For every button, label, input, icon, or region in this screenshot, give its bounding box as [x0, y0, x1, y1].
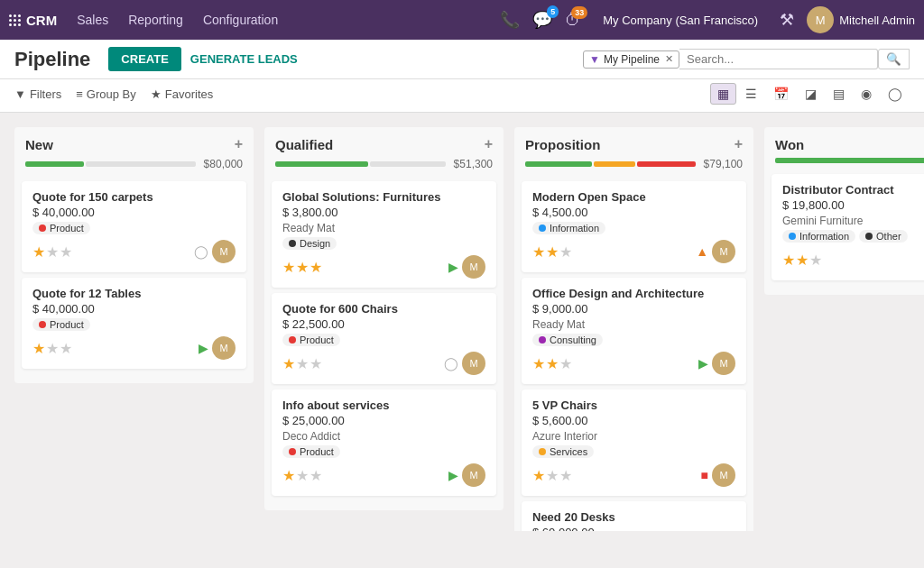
card-title: Quote for 12 Tables: [32, 287, 236, 300]
filter-icon: ▼: [14, 87, 26, 101]
card-tag[interactable]: Product: [282, 334, 340, 346]
card-stars[interactable]: ★★★: [532, 467, 572, 484]
card-stars[interactable]: ★★★: [282, 355, 322, 372]
kanban-view-button[interactable]: ▦: [710, 83, 736, 105]
card-amount: $ 22,500.00: [282, 317, 485, 331]
card-tag[interactable]: Information: [532, 222, 605, 234]
list-view-button[interactable]: ☰: [738, 83, 764, 105]
card-tags: Consulting: [532, 334, 735, 346]
card-stars[interactable]: ★★★: [32, 243, 72, 261]
search-button[interactable]: 🔍: [878, 49, 910, 69]
card-stars[interactable]: ★★★: [782, 252, 822, 269]
filter-remove-button[interactable]: ✕: [665, 53, 673, 65]
card-stars[interactable]: ★★★: [282, 259, 322, 276]
card-tags: Product: [32, 222, 236, 234]
card-subtitle: Deco Addict: [282, 430, 485, 443]
menu-configuration[interactable]: Configuration: [194, 9, 287, 31]
user-menu[interactable]: M Mitchell Admin: [807, 6, 915, 33]
card-tag[interactable]: Services: [532, 445, 594, 458]
grid-icon: [9, 14, 21, 26]
card-stars[interactable]: ★★★: [32, 340, 72, 357]
kanban-card[interactable]: Quote for 150 carpets $ 40,000.00 Produc…: [22, 181, 246, 272]
star-empty: ★: [559, 355, 572, 372]
kanban-card[interactable]: Modern Open Space $ 4,500.00 Information…: [522, 181, 746, 272]
favorites-label: Favorites: [165, 87, 213, 101]
kanban-card[interactable]: Info about services $ 25,000.00 Deco Add…: [272, 389, 496, 496]
card-tag[interactable]: Consulting: [532, 334, 603, 346]
column-header: Won +: [764, 127, 924, 158]
star-filled: ★: [532, 355, 545, 372]
generate-leads-button[interactable]: GENERATE LEADS: [190, 52, 298, 66]
tag-label: Product: [50, 319, 84, 330]
card-tags: Services: [532, 445, 735, 458]
activity-view-button[interactable]: ◯: [881, 83, 910, 105]
map-view-button[interactable]: ◉: [854, 83, 879, 105]
card-tag[interactable]: Product: [282, 445, 340, 458]
app-logo[interactable]: CRM: [9, 13, 57, 28]
kanban-column-new: New + $80,000 Quote for 150 carpets $ 40…: [14, 127, 254, 383]
progress-bar: [764, 158, 924, 169]
chart-view-button[interactable]: ▤: [826, 83, 852, 105]
star-filled: ★: [282, 259, 295, 276]
card-footer-icons: ▶ M: [448, 463, 485, 487]
favorites-button[interactable]: ★ Favorites: [151, 87, 213, 101]
star-filled: ★: [296, 259, 309, 276]
kanban-board: New + $80,000 Quote for 150 carpets $ 40…: [0, 113, 924, 531]
settings-icon[interactable]: ⚒: [780, 10, 794, 30]
clock-status-icon: ▲: [696, 244, 708, 259]
tag-dot: [289, 448, 296, 455]
card-subtitle: Gemini Furniture: [782, 215, 924, 227]
card-tag[interactable]: Product: [32, 318, 90, 331]
card-tags: Information: [532, 222, 735, 234]
kanban-card[interactable]: Quote for 600 Chairs $ 22,500.00 Product…: [272, 293, 496, 384]
tag-label: Product: [300, 334, 334, 345]
phone-icon[interactable]: 📞: [500, 10, 520, 30]
kanban-card[interactable]: Global Solutions: Furnitures $ 3,800.00 …: [272, 181, 496, 288]
card-amount: $ 5,600.00: [532, 414, 735, 427]
user-avatar: M: [807, 6, 834, 33]
company-name[interactable]: My Company (San Francisco): [594, 14, 767, 27]
filter-tag-label: My Pipeline: [604, 53, 660, 66]
progress-segment: [370, 161, 446, 167]
progress-bar: $79,100: [514, 158, 753, 176]
card-stars[interactable]: ★★★: [532, 243, 572, 261]
kanban-card[interactable]: Need 20 Desks $ 60,000.00 ★★★ ◯ M: [522, 501, 746, 531]
kanban-card[interactable]: Quote for 12 Tables $ 40,000.00 Product …: [22, 278, 246, 369]
kanban-card[interactable]: Office Design and Architecture $ 9,000.0…: [522, 278, 746, 384]
calendar-view-button[interactable]: 📅: [766, 83, 796, 105]
progress-segment: [275, 161, 368, 167]
pivot-view-button[interactable]: ◪: [798, 83, 824, 105]
menu-sales[interactable]: Sales: [68, 9, 117, 31]
chat-icon[interactable]: 💬 5: [532, 10, 552, 30]
app-name: CRM: [26, 13, 57, 28]
star-empty: ★: [546, 467, 559, 484]
groupby-button[interactable]: ≡ Group By: [76, 87, 136, 101]
card-tags: Information Other: [782, 230, 924, 243]
card-tag[interactable]: Design: [282, 237, 337, 250]
card-stars[interactable]: ★★★: [282, 467, 322, 484]
card-amount: $ 40,000.00: [32, 302, 236, 316]
card-tag[interactable]: Product: [32, 222, 90, 234]
card-stars[interactable]: ★★★: [532, 355, 572, 372]
column-add-button[interactable]: +: [485, 136, 493, 152]
tag-dot: [789, 233, 796, 240]
column-add-button[interactable]: +: [735, 136, 743, 152]
card-tag[interactable]: Other: [859, 230, 908, 243]
progress-segment: [637, 161, 696, 167]
kanban-card[interactable]: 5 VP Chairs $ 5,600.00 Azure Interior Se…: [522, 389, 746, 496]
menu-reporting[interactable]: Reporting: [119, 9, 192, 31]
card-avatar: M: [712, 352, 735, 375]
star-filled: ★: [32, 340, 45, 357]
create-button[interactable]: CREATE: [108, 47, 180, 71]
filters-button[interactable]: ▼ Filters: [14, 87, 61, 101]
card-tags: Product: [282, 334, 485, 346]
search-input[interactable]: [679, 49, 878, 69]
column-add-button[interactable]: +: [235, 136, 243, 152]
card-title: Quote for 600 Chairs: [282, 302, 485, 316]
card-tag[interactable]: Information: [782, 230, 855, 243]
progress-segments: [275, 161, 446, 167]
kanban-card[interactable]: Distributor Contract $ 19,800.00 Gemini …: [772, 174, 924, 280]
card-title: Global Solutions: Furnitures: [282, 190, 485, 204]
card-avatar: M: [212, 240, 236, 263]
clock-icon[interactable]: ⏱ 33: [565, 11, 581, 30]
